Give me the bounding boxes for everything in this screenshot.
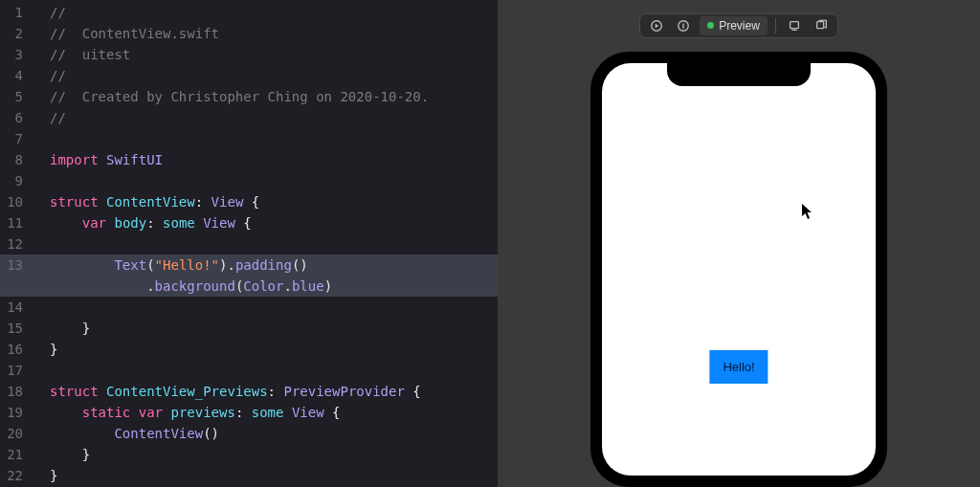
line-number: 21 [0,444,33,465]
line-number: 13 [0,255,33,276]
code-line[interactable]: 16} [0,339,498,360]
code-content[interactable]: struct ContentView_Previews: PreviewProv… [33,381,421,402]
line-number: 11 [0,212,33,233]
code-content[interactable]: } [33,465,57,486]
svg-rect-5 [816,21,823,28]
line-number: 8 [0,149,33,170]
line-number: 20 [0,423,33,444]
code-line[interactable]: 7 [0,128,498,149]
line-number: 19 [0,402,33,423]
line-number: 2 [0,23,33,44]
code-line[interactable]: 6// [0,107,498,128]
line-number: 16 [0,339,33,360]
hello-text-label: Hello! [723,360,754,374]
code-line[interactable]: 12 [0,233,498,255]
code-content[interactable]: static var previews: some View { [33,402,341,423]
simulator-screen[interactable]: Hello! [602,63,876,476]
line-number: 14 [0,297,33,318]
code-line[interactable]: 3// uitest [0,44,498,65]
line-number: 22 [0,465,33,486]
code-line[interactable]: 1// [0,2,498,23]
code-line[interactable]: 21 } [0,444,498,465]
code-line[interactable]: 9 [0,170,498,191]
code-content[interactable]: struct ContentView: View { [33,191,259,212]
code-content[interactable]: import SwiftUI [33,149,163,170]
code-line[interactable]: 4// [0,65,498,86]
code-line[interactable]: 2// ContentView.swift [0,23,498,44]
code-content[interactable]: // [33,65,66,86]
device-bezel: Hello! [590,52,887,487]
code-line[interactable]: 8import SwiftUI [0,149,498,170]
code-line[interactable]: 5// Created by Christopher Ching on 2020… [0,86,498,107]
code-content[interactable]: } [33,339,57,360]
code-line[interactable]: 19 static var previews: some View { [0,402,498,423]
code-content[interactable]: // [33,2,66,23]
toolbar-separator [775,18,776,33]
line-number: 9 [0,170,33,191]
duplicate-preview-button[interactable] [811,16,832,35]
line-number: 17 [0,360,33,381]
code-line[interactable]: 17 [0,360,498,381]
line-number: 7 [0,128,33,149]
line-number: 10 [0,191,33,212]
code-content[interactable]: // uitest [33,44,130,65]
code-line[interactable]: 22} [0,465,498,486]
device-notch [667,63,811,86]
line-number: 3 [0,44,33,65]
code-line[interactable]: 20 ContentView() [0,423,498,444]
cursor-icon [801,203,814,224]
preview-status-pill[interactable]: Preview [700,16,768,35]
code-content[interactable]: // ContentView.swift [33,23,219,44]
code-line[interactable]: 15 } [0,318,498,339]
code-content[interactable]: Text("Hello!").padding() [33,255,308,276]
line-number: 6 [0,107,33,128]
line-number: 5 [0,86,33,107]
pin-preview-button[interactable] [673,16,694,35]
code-content[interactable]: // Created by Christopher Ching on 2020-… [33,86,429,107]
line-number: 15 [0,318,33,339]
live-preview-button[interactable] [646,16,667,35]
code-line[interactable]: 18struct ContentView_Previews: PreviewPr… [0,381,498,402]
code-content[interactable]: } [33,444,90,465]
svg-rect-3 [790,21,798,28]
code-content[interactable]: var body: some View { [33,212,252,233]
preview-toolbar: Preview [639,13,838,38]
line-number: 12 [0,233,33,255]
code-line[interactable]: 10struct ContentView: View { [0,191,498,212]
code-line[interactable]: .background(Color.blue) [0,276,498,297]
device-settings-button[interactable] [784,16,805,35]
preview-pane: Preview Hello! [498,0,980,487]
code-content[interactable]: } [33,318,90,339]
hello-text-view: Hello! [709,350,768,384]
code-content[interactable]: .background(Color.blue) [33,276,332,297]
code-line[interactable]: 13 Text("Hello!").padding() [0,255,498,276]
code-content[interactable]: ContentView() [33,423,219,444]
line-number: 1 [0,2,33,23]
code-editor[interactable]: 1//2// ContentView.swift3// uitest4//5//… [0,0,498,487]
code-line[interactable]: 11 var body: some View { [0,212,498,233]
code-line[interactable]: 14 [0,297,498,318]
line-number: 18 [0,381,33,402]
status-dot-icon [707,22,714,29]
line-number: 4 [0,65,33,86]
code-content[interactable]: // [33,107,66,128]
preview-label: Preview [719,19,760,33]
